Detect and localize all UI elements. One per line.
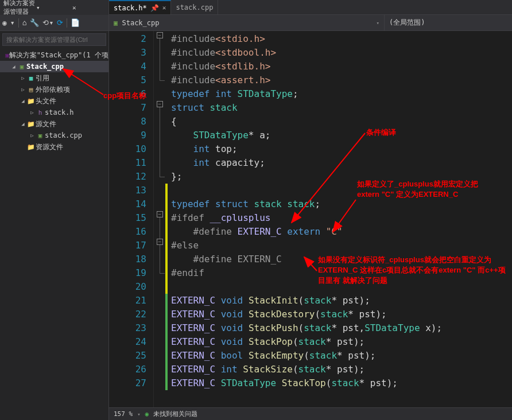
code-line[interactable]: EXTERN_C bool StackEmpty(stack* pst); bbox=[171, 349, 512, 363]
show-all-icon[interactable]: 📄 bbox=[71, 18, 80, 27]
fold-mark[interactable]: − bbox=[154, 101, 165, 115]
code-line[interactable]: #endif bbox=[171, 266, 512, 280]
solution-node[interactable]: ▣ 解决方案"Stack_cpp"(1 个项 bbox=[0, 49, 108, 61]
line-number: 7 bbox=[109, 101, 146, 115]
code-line[interactable]: STDataType* a; bbox=[171, 129, 512, 142]
line-number: 18 bbox=[109, 252, 146, 266]
pin-icon[interactable]: 📌 bbox=[150, 4, 159, 12]
code-line[interactable]: }; bbox=[171, 170, 512, 184]
resources-folder[interactable]: 📁 资源文件 bbox=[0, 141, 108, 153]
line-number: 9 bbox=[109, 129, 146, 142]
solution-search bbox=[2, 33, 106, 46]
code-line[interactable]: #include<stdlib.h> bbox=[171, 60, 512, 73]
line-number: 13 bbox=[109, 184, 146, 197]
fold-mark[interactable]: − bbox=[154, 211, 165, 225]
code-line[interactable]: typedef int STDataType; bbox=[171, 87, 512, 101]
solution-toolbar: ◉ ▾ ⌂ 🔧 ⟲▾ ⟳ 📄 bbox=[0, 15, 108, 31]
code-editor[interactable]: 2345678910111213141516171819202122232425… bbox=[109, 31, 512, 407]
fold-mark[interactable] bbox=[154, 142, 165, 156]
fold-mark[interactable] bbox=[154, 225, 165, 239]
zoom-level[interactable]: 157 % bbox=[114, 410, 133, 418]
fold-mark[interactable] bbox=[154, 170, 165, 184]
forward-icon[interactable]: ▾ bbox=[10, 18, 15, 27]
close-icon[interactable]: ✕ bbox=[72, 4, 105, 11]
code-line[interactable]: EXTERN_C STDataType StackTop(stack* pst)… bbox=[171, 376, 512, 390]
sources-folder[interactable]: ◢📁 源文件 bbox=[0, 118, 108, 130]
line-number: 26 bbox=[109, 363, 146, 376]
external-deps-node[interactable]: ▷▤ 外部依赖项 bbox=[0, 84, 108, 95]
fold-mark[interactable]: − bbox=[154, 32, 165, 46]
external-deps-label: 外部依赖项 bbox=[36, 85, 70, 95]
refresh-icon[interactable]: ⟳ bbox=[57, 18, 63, 27]
toolbar-separator bbox=[67, 18, 67, 28]
code-line[interactable]: int top; bbox=[171, 142, 512, 156]
line-number: 2 bbox=[109, 32, 146, 46]
fold-mark[interactable] bbox=[154, 294, 165, 308]
nav-scope[interactable]: ▣ Stack_cpp ▾ bbox=[109, 15, 385, 30]
code-line[interactable]: typedef struct stack stack; bbox=[171, 197, 512, 211]
headers-folder[interactable]: ◢📁 头文件 bbox=[0, 95, 108, 107]
code-line[interactable]: #define EXTERN_C bbox=[171, 252, 512, 266]
sync-icon[interactable]: ⟲▾ bbox=[42, 18, 53, 27]
issues-label: 未找到相关问题 bbox=[153, 410, 197, 418]
line-number: 24 bbox=[109, 335, 146, 349]
fold-mark[interactable] bbox=[154, 115, 165, 129]
fold-mark[interactable] bbox=[154, 129, 165, 142]
close-icon[interactable]: ✕ bbox=[162, 4, 166, 11]
fold-mark[interactable] bbox=[154, 376, 165, 390]
code-line[interactable]: int capacity; bbox=[171, 156, 512, 170]
app-root: 解决方案资源管理器 ▾ ✕ ◉ ▾ ⌂ 🔧 ⟲▾ ⟳ 📄 ▣ 解决方案"Stac… bbox=[0, 0, 512, 420]
code-line[interactable]: { bbox=[171, 115, 512, 129]
code-line[interactable]: #else bbox=[171, 239, 512, 252]
dropdown-icon[interactable]: ▾ bbox=[36, 4, 69, 11]
fold-mark[interactable] bbox=[154, 363, 165, 376]
references-node[interactable]: ▷■ 引用 bbox=[0, 72, 108, 84]
fold-mark[interactable] bbox=[154, 197, 165, 211]
file-stack-h[interactable]: ▷h stack.h bbox=[0, 107, 108, 118]
back-icon[interactable]: ◉ bbox=[2, 18, 7, 27]
code-line[interactable]: #include<stdio.h> bbox=[171, 32, 512, 46]
line-number: 16 bbox=[109, 225, 146, 239]
fold-mark[interactable] bbox=[154, 308, 165, 321]
code-line[interactable]: EXTERN_C void StackPush(stack* pst,STDat… bbox=[171, 321, 512, 335]
nav-scope-label: Stack_cpp bbox=[122, 19, 159, 27]
fold-mark[interactable] bbox=[154, 46, 165, 60]
fold-mark[interactable] bbox=[154, 321, 165, 335]
line-number: 11 bbox=[109, 156, 146, 170]
code-line[interactable]: #include<stdbool.h> bbox=[171, 46, 512, 60]
fold-mark[interactable] bbox=[154, 73, 165, 87]
home-icon[interactable]: ⌂ bbox=[22, 18, 27, 27]
fold-mark[interactable] bbox=[154, 252, 165, 266]
status-bar: 157 % ▾ ◉ 未找到相关问题 bbox=[109, 407, 512, 420]
fold-mark[interactable] bbox=[154, 266, 165, 280]
code-line[interactable] bbox=[171, 280, 512, 294]
fold-mark[interactable] bbox=[154, 60, 165, 73]
code-line[interactable]: #include<assert.h> bbox=[171, 73, 512, 87]
fold-mark[interactable] bbox=[154, 280, 165, 294]
tab-stack-h[interactable]: stack.h* 📌 ✕ bbox=[109, 0, 171, 14]
zoom-chevron-icon[interactable]: ▾ bbox=[137, 411, 140, 417]
fold-mark[interactable] bbox=[154, 184, 165, 197]
code-line[interactable]: EXTERN_C void StackInit(stack* pst); bbox=[171, 294, 512, 308]
search-input[interactable] bbox=[2, 33, 106, 46]
code-line[interactable] bbox=[171, 184, 512, 197]
fold-mark[interactable] bbox=[154, 349, 165, 363]
fold-column[interactable]: −−−− bbox=[154, 31, 165, 407]
code-line[interactable]: #define EXTERN_C extern "C" bbox=[171, 225, 512, 239]
fold-mark[interactable] bbox=[154, 335, 165, 349]
nav-global[interactable]: (全局范围) bbox=[385, 15, 512, 30]
fold-mark[interactable] bbox=[154, 87, 165, 101]
fold-mark[interactable] bbox=[154, 156, 165, 170]
file-stack-cpp[interactable]: ▷▣ stack.cpp bbox=[0, 130, 108, 141]
fold-mark[interactable]: − bbox=[154, 239, 165, 252]
code-line[interactable]: EXTERN_C void StackPop(stack* pst); bbox=[171, 335, 512, 349]
code-line[interactable]: struct stack bbox=[171, 101, 512, 115]
tab-stack-cpp[interactable]: stack.cpp bbox=[171, 0, 218, 14]
line-number: 4 bbox=[109, 60, 146, 73]
code-content[interactable]: #include<stdio.h>#include<stdbool.h>#inc… bbox=[168, 31, 512, 407]
properties-icon[interactable]: 🔧 bbox=[30, 18, 39, 27]
code-line[interactable]: EXTERN_C void StackDestory(stack* pst); bbox=[171, 308, 512, 321]
code-line[interactable]: EXTERN_C int StackSize(stack* pst); bbox=[171, 363, 512, 376]
project-node[interactable]: ◢▣ Stack_cpp bbox=[0, 61, 108, 72]
code-line[interactable]: #ifdef __cplusplus bbox=[171, 211, 512, 225]
